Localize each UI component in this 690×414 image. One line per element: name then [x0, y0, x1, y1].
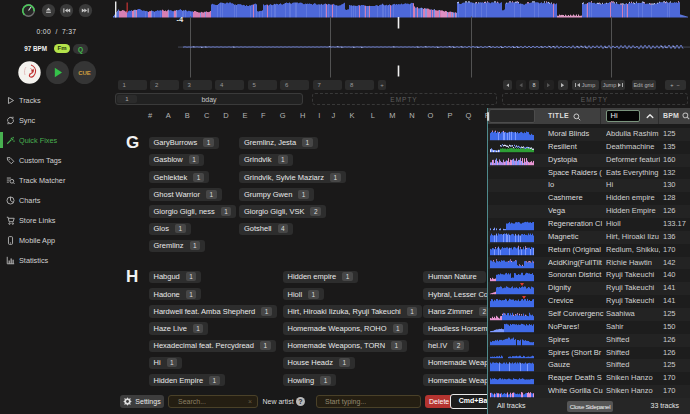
svg-text:Q: Q [78, 45, 83, 53]
svg-text:CUE: CUE [78, 70, 91, 76]
